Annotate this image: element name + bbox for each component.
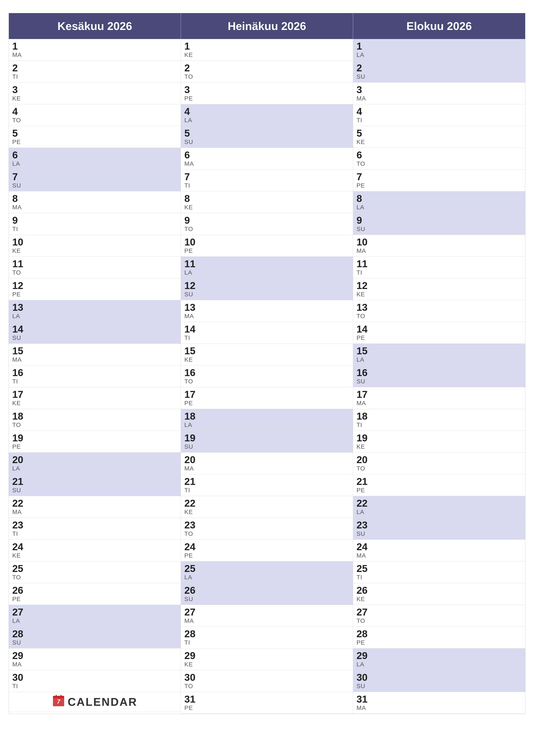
day-abbreviation: TI [357,574,522,581]
day-number: 5 [12,128,177,138]
day-cell: 3MA [353,83,525,104]
day-cell: 28SU [9,627,181,648]
day-cell: 5SU [181,126,353,148]
day-number: 15 [12,346,177,356]
svg-rect-5 [60,695,62,698]
day-abbreviation: MA [12,509,177,516]
day-number: 17 [357,390,522,399]
calendar-brand: 7 CALENDAR [12,694,177,710]
day-number: 26 [12,585,177,595]
day-cell: 7SU [9,170,181,191]
day-abbreviation: LA [184,269,349,276]
day-number: 5 [184,128,349,138]
day-cell: 26SU [181,583,353,605]
day-cell: 23SU [353,518,525,540]
day-abbreviation: MA [184,313,349,320]
day-number: 31 [357,694,522,704]
day-number: 3 [357,85,522,94]
brand-label: CALENDAR [67,695,138,708]
day-abbreviation: TO [357,617,522,624]
day-cell: 5PE [9,126,181,148]
day-abbreviation: SU [357,530,522,537]
day-cell: 15MA [9,344,181,365]
header-row: Kesäkuu 2026Heinäkuu 2026Elokuu 2026 [9,13,525,39]
day-abbreviation: TO [12,117,177,124]
day-cell: 26PE [9,583,181,605]
day-abbreviation: PE [357,335,522,341]
day-abbreviation: MA [12,661,177,668]
day-abbreviation: TO [357,313,522,320]
day-abbreviation: TI [12,226,177,232]
day-abbreviation: SU [357,73,522,80]
day-number: 8 [12,194,177,203]
day-abbreviation: TI [357,269,522,276]
day-number: 16 [357,368,522,378]
day-number: 23 [357,520,522,530]
day-cell: 19KE [353,431,525,452]
day-cell: 20LA [9,452,181,474]
day-number: 24 [357,542,522,552]
day-number: 8 [357,194,522,203]
day-number: 13 [12,302,177,312]
day-abbreviation: MA [12,356,177,363]
day-abbreviation: LA [357,204,522,211]
day-abbreviation: TO [184,530,349,537]
day-cell: 28TI [181,627,353,648]
day-number: 26 [184,585,349,595]
day-number: 25 [184,564,349,574]
day-abbreviation: KE [12,400,177,407]
day-number: 11 [357,259,522,269]
day-cell: 22KE [181,496,353,518]
day-abbreviation: KE [357,291,522,298]
day-number: 10 [12,237,177,247]
day-number: 12 [184,281,349,290]
day-abbreviation: MA [357,247,522,254]
day-cell: 17KE [9,387,181,409]
day-abbreviation: KE [12,552,177,559]
day-abbreviation: PE [184,552,349,559]
day-number: 14 [12,324,177,334]
day-number: 21 [357,476,522,486]
day-number: 2 [12,63,177,73]
day-cell: 3PE [181,83,353,104]
day-cell: 1KE [181,39,353,61]
day-cell: 25TI [353,561,525,583]
day-number: 17 [12,390,177,399]
day-abbreviation: TO [184,378,349,385]
day-abbreviation: SU [184,596,349,603]
day-abbreviation: PE [184,95,349,102]
day-cell: 12SU [181,279,353,300]
day-col-2: 1LA2SU3MA4TI5KE6TO7PE8LA9SU10MA11TI12KE1… [353,39,525,714]
day-abbreviation: KE [184,509,349,516]
day-number: 2 [357,63,522,73]
day-abbreviation: TO [184,73,349,80]
day-abbreviation: TO [357,465,522,472]
day-abbreviation: MA [184,465,349,472]
day-cell: 16TO [181,365,353,387]
day-number: 12 [12,281,177,290]
day-cell: 4TO [9,104,181,126]
day-abbreviation: PE [12,443,177,450]
day-cell: 11TI [353,257,525,279]
day-abbreviation: SU [184,139,349,146]
day-cell: 6TO [353,148,525,170]
day-abbreviation: KE [357,596,522,603]
day-cell: 27LA [9,605,181,627]
day-cell: 8KE [181,191,353,213]
day-cell: 11TO [9,257,181,279]
day-abbreviation: PE [184,247,349,254]
day-abbreviation: TI [357,421,522,428]
day-number: 22 [12,498,177,508]
day-abbreviation: MA [357,95,522,102]
day-number: 6 [184,150,349,160]
day-abbreviation: TI [184,182,349,189]
day-abbreviation: TI [184,487,349,494]
day-cell: 30TI [9,670,181,692]
day-abbreviation: MA [12,204,177,211]
day-abbreviation: LA [184,421,349,428]
day-cell: 2TI [9,61,181,83]
day-abbreviation: SU [184,291,349,298]
day-cell: 22LA [353,496,525,518]
day-cell: 20MA [181,452,353,474]
day-number: 7 [357,172,522,182]
